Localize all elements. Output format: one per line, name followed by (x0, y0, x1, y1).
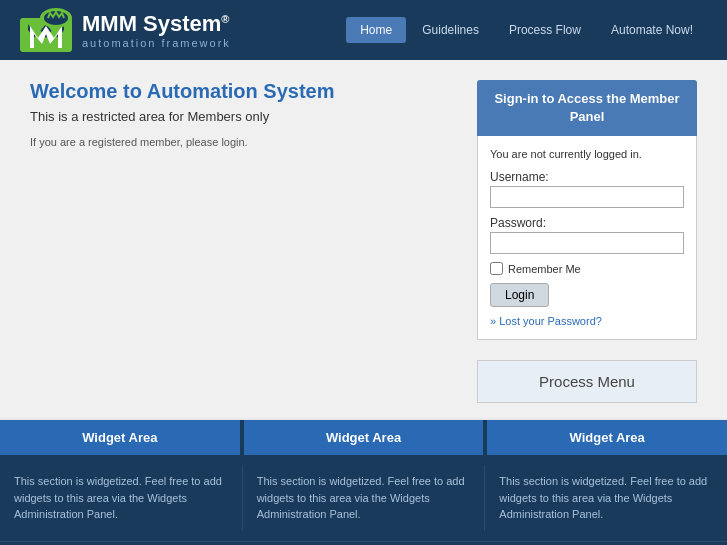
process-menu-box: Process Menu (477, 360, 697, 403)
password-label: Password: (490, 216, 684, 230)
logo-title-text: MMM System (82, 11, 221, 36)
logo-subtitle: automation framework (82, 37, 231, 49)
logo-text-area: MMM System® automation framework (82, 11, 231, 49)
nav-item-process-flow[interactable]: Process Flow (495, 17, 595, 43)
password-input[interactable] (490, 232, 684, 254)
widget-body-2: This section is widgetized. Feel free to… (243, 465, 486, 531)
process-menu-wrapper: Process Menu (0, 360, 727, 418)
logo-title: MMM System® (82, 11, 231, 37)
logo-area: MMM System® automation framework (20, 8, 231, 52)
widget-header-3: Widget Area (487, 420, 727, 455)
remember-label: Remember Me (508, 263, 581, 275)
login-panel-body: You are not currently logged in. Usernam… (477, 136, 697, 340)
username-input[interactable] (490, 186, 684, 208)
footer: ©2011 MMM Automation Powered by Master M… (0, 541, 727, 545)
widget-body-3: This section is widgetized. Feel free to… (485, 465, 727, 531)
page-subtitle: This is a restricted area for Members on… (30, 109, 457, 124)
nav-item-home[interactable]: Home (346, 17, 406, 43)
widget-header-2: Widget Area (244, 420, 484, 455)
header: MMM System® automation framework Home Gu… (0, 0, 727, 60)
login-panel-header: Sign-in to Access the Member Panel (477, 80, 697, 136)
login-button[interactable]: Login (490, 283, 549, 307)
widget-header-1: Widget Area (0, 420, 240, 455)
main-content: Welcome to Automation System This is a r… (0, 60, 727, 360)
login-status: You are not currently logged in. (490, 148, 684, 160)
page-title: Welcome to Automation System (30, 80, 457, 103)
process-menu-button[interactable]: Process Menu (478, 361, 696, 402)
left-content: Welcome to Automation System This is a r… (30, 80, 457, 340)
remember-row: Remember Me (490, 262, 684, 275)
widget-headers: Widget Area Widget Area Widget Area (0, 420, 727, 455)
nav-item-guidelines[interactable]: Guidelines (408, 17, 493, 43)
logo-registered: ® (221, 12, 229, 24)
username-label: Username: (490, 170, 684, 184)
remember-checkbox[interactable] (490, 262, 503, 275)
login-hint: If you are a registered member, please l… (30, 136, 457, 148)
main-nav: Home Guidelines Process Flow Automate No… (346, 17, 707, 43)
lost-password-link[interactable]: » Lost your Password? (490, 315, 684, 327)
widget-bodies: This section is widgetized. Feel free to… (0, 455, 727, 541)
login-panel: Sign-in to Access the Member Panel You a… (477, 80, 697, 340)
nav-item-automate-now[interactable]: Automate Now! (597, 17, 707, 43)
widget-bar: Widget Area Widget Area Widget Area This… (0, 420, 727, 541)
logo-icon (20, 8, 72, 52)
process-menu-inner: Process Menu (477, 360, 697, 403)
widget-body-1: This section is widgetized. Feel free to… (0, 465, 243, 531)
